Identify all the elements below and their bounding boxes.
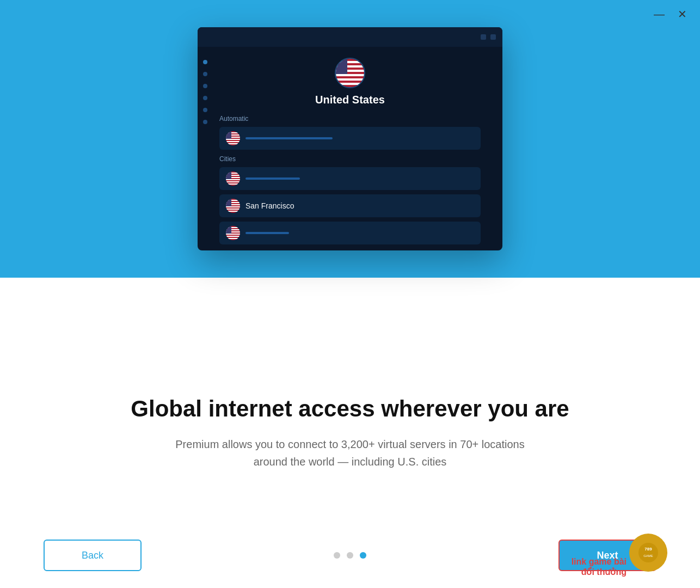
window-dot-2 [490,34,496,40]
svg-point-0 [638,543,658,562]
city-flag-1 [226,171,240,186]
city-bar-1 [245,177,300,180]
ad-badge-icon: 789 GAME [629,534,667,572]
top-section: United States Automatic Cities [0,0,700,278]
country-name: United States [315,94,385,106]
window-dot-1 [481,34,486,40]
sidebar-dot-4[interactable] [203,96,207,100]
bottom-nav: Back Next [0,523,700,588]
vpn-window: United States Automatic Cities [198,27,502,250]
city-flag-3 [226,226,240,240]
cities-label: Cities [219,155,481,163]
svg-text:789: 789 [644,547,652,552]
city-bar-3 [245,232,289,234]
city-row-san-francisco[interactable]: San Francisco [219,194,481,217]
automatic-label: Automatic [219,115,481,122]
ad-text: link game bài đổi thưởng [572,557,627,577]
sidebar-dot-2[interactable] [203,72,207,76]
sidebar-dot-5[interactable] [203,108,207,112]
page-dot-2[interactable] [347,552,353,559]
automatic-server-row[interactable] [219,127,481,150]
country-flag [335,58,365,88]
automatic-server-bar [245,137,333,139]
sidebar-dot-3[interactable] [203,84,207,88]
vpn-sidebar [203,60,207,124]
close-button[interactable]: ✕ [678,9,687,20]
city-flag-sf [226,199,240,213]
window-controls: — ✕ [654,9,687,20]
city-row-3[interactable] [219,222,481,244]
city-name-sf: San Francisco [245,201,294,210]
sidebar-dot-6[interactable] [203,120,207,124]
ad-badge[interactable]: 789 GAME link game bài đổi thưởng [629,534,667,572]
svg-text:GAME: GAME [643,554,653,558]
city-row-1[interactable] [219,167,481,190]
main-title: Global internet access wherever you are [131,395,569,422]
vpn-content: Automatic Cities [198,106,502,244]
pagination-dots [334,552,366,559]
sidebar-dot-1[interactable] [203,60,207,64]
vpn-country-header: United States [198,47,502,106]
vpn-window-header [198,27,502,47]
minimize-button[interactable]: — [654,9,665,20]
page-dot-3[interactable] [360,552,366,559]
back-button[interactable]: Back [44,540,142,571]
sub-text: Premium allows you to connect to 3,200+ … [165,436,535,470]
page-dot-1[interactable] [334,552,340,559]
automatic-flag [226,131,240,145]
